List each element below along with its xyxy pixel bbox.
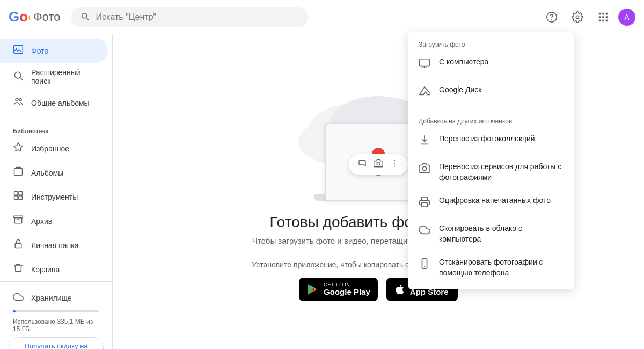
library-label: Библиотека (0, 123, 112, 136)
dropdown-scan-printed-label: Оцифровка напечатанных фото (439, 195, 551, 206)
dropdown-item-scan-phone[interactable]: Отсканировать фотографии с помощью телеф… (408, 251, 574, 285)
svg-rect-7 (602, 16, 604, 18)
cloud-icon (13, 292, 24, 304)
svg-rect-12 (14, 46, 23, 54)
svg-point-2 (551, 19, 552, 19)
svg-rect-17 (14, 168, 23, 175)
svg-rect-23 (15, 243, 21, 248)
storage-item[interactable]: Хранилище (9, 288, 104, 307)
dropdown-menu: Загрузить фото С компьютера Google Диск … (408, 32, 574, 289)
sidebar-label-trash: Корзина (31, 265, 60, 274)
dropdown-item-transfer-collections[interactable]: Перенос из фотоколлекций (408, 127, 574, 155)
sidebar-item-trash[interactable]: Корзина (0, 257, 108, 281)
dropdown-upload-label: Загрузить фото (408, 37, 574, 50)
dropdown-item-drive[interactable]: Google Диск (408, 78, 574, 106)
google-play-icon (306, 283, 319, 296)
sidebar-item-photos[interactable]: Фото (0, 39, 108, 63)
svg-rect-20 (14, 196, 18, 200)
storage-section: Хранилище Использовано 335,1 МБ из 15 ГБ… (0, 281, 112, 349)
dropdown-item-scan-printed[interactable]: Оцифровка напечатанных фото (408, 189, 574, 217)
dropdown-divider (408, 110, 574, 110)
apps-button[interactable] (592, 6, 614, 28)
svg-rect-38 (422, 203, 428, 207)
help-button[interactable] (541, 6, 562, 28)
dropdown-item-copy-cloud[interactable]: Скопировать в облако с компьютера (408, 217, 574, 251)
avatar[interactable]: А (618, 9, 635, 26)
more-toolbar-button[interactable] (390, 158, 399, 171)
svg-rect-10 (602, 19, 604, 21)
search-bar[interactable] (71, 7, 309, 27)
settings-button[interactable] (567, 6, 588, 28)
dropdown-transfer-services-label: Перенос из сервисов для работы с фотогра… (439, 162, 564, 183)
svg-rect-5 (606, 12, 608, 14)
svg-rect-36 (420, 59, 429, 66)
svg-point-34 (394, 162, 395, 163)
tools-icon (13, 190, 24, 203)
sidebar-label-locked: Личная папка (31, 241, 78, 250)
dropdown-drive-label: Google Диск (439, 85, 481, 96)
sidebar-label-favorites: Избранное (31, 144, 69, 153)
svg-rect-11 (606, 19, 608, 21)
sidebar-item-tools[interactable]: Инструменты (0, 185, 108, 209)
storage-bar (13, 310, 16, 312)
sidebar: Фото Расширенный поиск Общие альбомы (0, 34, 113, 349)
svg-point-35 (394, 165, 395, 166)
google-play-text: GET IT ON Google Play (324, 282, 370, 297)
scan-phone-icon (419, 258, 430, 272)
sidebar-item-archive[interactable]: Архив (0, 209, 108, 233)
drive-icon (419, 85, 430, 100)
svg-point-33 (394, 159, 395, 161)
svg-rect-18 (14, 192, 18, 195)
sidebar-item-search[interactable]: Расширенный поиск (0, 63, 108, 91)
photos-icon (13, 44, 24, 57)
logo[interactable]: Google Фото (9, 6, 61, 28)
storage-discount-button[interactable]: Получить скидку на хранилище (9, 337, 104, 349)
dropdown-scan-phone-label: Отсканировать фотографии с помощью телеф… (439, 257, 564, 278)
svg-rect-6 (599, 16, 601, 18)
dropdown-item-transfer-services[interactable]: Перенос из сервисов для работы с фотогра… (408, 155, 574, 189)
sidebar-label-archive: Архив (31, 217, 52, 226)
favorites-icon (13, 142, 24, 155)
storage-bar-wrap (13, 310, 99, 312)
search-input[interactable] (96, 12, 300, 22)
camera-toolbar-button[interactable] (374, 158, 383, 171)
computer-icon (419, 57, 430, 72)
svg-rect-3 (599, 12, 601, 14)
header-icons: А (541, 6, 635, 28)
svg-rect-4 (602, 12, 604, 14)
transfer-collections-icon (419, 134, 430, 149)
albums-icon (13, 166, 24, 179)
sidebar-item-locked[interactable]: Личная папка (0, 233, 108, 257)
trash-icon (13, 263, 24, 276)
svg-point-13 (16, 48, 17, 49)
save-toolbar-button[interactable] (357, 158, 367, 171)
search-icon (80, 11, 90, 23)
sidebar-label-albums: Альбомы (31, 169, 63, 177)
dropdown-computer-label: С компьютера (439, 57, 488, 68)
apple-icon (394, 283, 406, 295)
sidebar-item-albums[interactable]: Альбомы (0, 161, 108, 185)
dropdown-item-computer[interactable]: С компьютера (408, 50, 574, 78)
google-play-button[interactable]: GET IT ON Google Play (299, 278, 378, 301)
svg-rect-8 (606, 16, 608, 18)
copy-cloud-icon (419, 224, 430, 238)
sidebar-item-shared[interactable]: Общие альбомы (0, 91, 108, 115)
sidebar-label-shared: Общие альбомы (31, 99, 90, 107)
transfer-services-icon (419, 162, 430, 177)
sidebar-item-favorites[interactable]: Избранное (0, 136, 108, 161)
lock-icon (13, 238, 24, 252)
shared-albums-icon (13, 96, 24, 110)
svg-rect-19 (19, 192, 23, 195)
storage-label: Хранилище (31, 294, 72, 302)
header: Google Фото (0, 0, 644, 34)
svg-point-15 (16, 98, 18, 101)
sidebar-label-search: Расширенный поиск (31, 68, 95, 85)
toolbar-overlay (349, 154, 408, 175)
svg-rect-21 (19, 196, 23, 200)
svg-rect-9 (599, 19, 601, 21)
dropdown-other-label: Добавить из других источников (408, 113, 574, 127)
google-play-name: Google Play (324, 287, 370, 297)
svg-text:Google: Google (9, 9, 30, 25)
svg-point-16 (19, 99, 21, 101)
archive-icon (13, 214, 24, 228)
